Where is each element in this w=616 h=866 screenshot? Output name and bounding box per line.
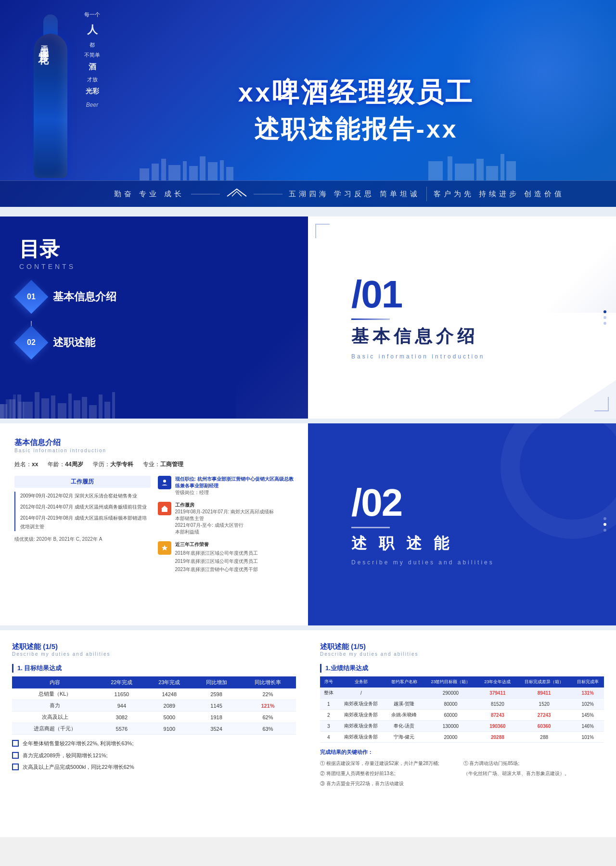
award-text: 近三年工作荣誉 2018年底择浙江区域公司年度优秀员工 2019年底择浙江区域公… bbox=[175, 541, 258, 573]
city-silhouette bbox=[96, 152, 616, 180]
section-dots bbox=[603, 310, 606, 325]
spacer1 bbox=[0, 207, 616, 216]
bullet-list: 全年整体销售量较22年增长22%, 利润增长63%; 喜力完成2089升，较同期… bbox=[12, 739, 296, 771]
svg-rect-4 bbox=[183, 161, 187, 180]
info-main-grid: 工作履历 2009年09月-2012年02月 深圳大区乐清合窑处销售务业 201… bbox=[14, 476, 294, 573]
bullet-box-3 bbox=[12, 764, 19, 770]
bottle-decoration: 勇闯天涯 雪花 bbox=[10, 14, 91, 188]
section2-title-cn: 述 职 述 能 bbox=[351, 533, 494, 554]
toc-label-1: 基本信息介绍 bbox=[53, 290, 116, 304]
toc-diamond-1: 01 bbox=[14, 280, 49, 314]
perf-right-header: 述职述能 (1/5) Describe my duties and abilit… bbox=[320, 642, 604, 657]
dot-1 bbox=[603, 310, 606, 313]
svg-rect-17 bbox=[0, 404, 7, 419]
table-row: 4 南郊夜场业务部 宁海-健元 20000 20288 288 101% bbox=[320, 732, 604, 743]
svg-rect-27 bbox=[82, 397, 87, 419]
info-personal: 姓名：xx 年龄：44周岁 学历：大学专科 专业：工商管理 bbox=[14, 460, 294, 469]
svg-point-32 bbox=[163, 480, 166, 483]
pos-room: 工作履房 2019年08月-2021年07月: 南郊大区高邱成绩标本部销售主管2… bbox=[158, 502, 294, 535]
section2-title-en: Describe my duties and abilities bbox=[351, 559, 494, 566]
room-icon bbox=[158, 502, 171, 515]
recent3: 绩优奖级: 2020年 B, 2021年 C, 2022年 A bbox=[14, 536, 151, 543]
hero-title-line1: xx啤酒经理级员工 bbox=[238, 75, 474, 110]
section2-content: /02 述 职 述 能 Describe my duties and abili… bbox=[327, 484, 494, 566]
table-row: 总销量（KL） 11650 14248 2598 22% bbox=[12, 688, 296, 700]
brand-text: 雪花 bbox=[36, 43, 51, 47]
spacer2 bbox=[0, 419, 616, 423]
pos-current: 现任职位: 杭州市事业部浙江营销中心促销大区高级总教练兼各事业部副经理 管级岗位… bbox=[158, 476, 294, 496]
table-row: 次高及以上 3082 5000 1918 62% bbox=[12, 712, 296, 723]
svg-rect-7 bbox=[208, 162, 218, 180]
svg-rect-9 bbox=[226, 167, 233, 180]
svg-rect-15 bbox=[500, 154, 504, 180]
svg-rect-23 bbox=[51, 395, 55, 419]
table-row: 进店商超（千元） 5576 9100 3524 63% bbox=[12, 723, 296, 735]
slide-section1-title: /01 基本信息介绍 Basic information introductio… bbox=[308, 216, 616, 419]
svg-rect-0 bbox=[140, 168, 149, 180]
section1-title-cn: 基本信息介绍 bbox=[351, 325, 485, 348]
note-left: ① 根据店建设深等，存量迁建设52家，共计产量28万桶; ② 将团结重人员调整者… bbox=[320, 759, 461, 790]
perf-left-table: 内容 22年完成 23年完成 同比增加 同比增长率 总销量（KL） 11650 … bbox=[12, 676, 296, 735]
duties-bg-circle bbox=[500, 423, 616, 539]
info-header: 基本信息介绍 Basic information introduction bbox=[14, 438, 294, 453]
svg-rect-3 bbox=[168, 165, 180, 180]
timeline: 2009年09月-2012年02月 深圳大区乐清合窑处销售务业 2012年02月… bbox=[14, 492, 151, 531]
slide-hero: 勇闯天涯 雪花 每一个 人 都 不简单 酒 才放 光彩 Beer xx啤酒经理级… bbox=[0, 0, 616, 207]
svg-rect-11 bbox=[448, 156, 452, 180]
svg-rect-22 bbox=[41, 398, 49, 419]
table-row: 喜力 944 2089 1145 121% bbox=[12, 700, 296, 712]
svg-rect-28 bbox=[89, 405, 97, 419]
svg-rect-25 bbox=[68, 394, 72, 419]
section1-number: /01 bbox=[351, 275, 485, 314]
slide-perf-right: 述职述能 (1/5) Describe my duties and abilit… bbox=[308, 630, 616, 837]
room-text: 工作履房 2019年08月-2021年07月: 南郊大区高邱成绩标本部销售主管2… bbox=[175, 502, 274, 535]
section1-divider bbox=[351, 318, 390, 320]
hero-vertical-text: 每一个 人 都 不简单 酒 才放 光彩 Beer bbox=[84, 10, 100, 111]
svg-rect-14 bbox=[486, 166, 498, 180]
bullet-2: 喜力完成2089升，较同期增长121%; bbox=[12, 751, 296, 760]
perf-left-section: 1. 目标结果达成 bbox=[12, 664, 296, 673]
dot-3 bbox=[603, 322, 606, 325]
major-field: 专业：工商管理 bbox=[143, 460, 183, 469]
name-field: 姓名：xx bbox=[14, 460, 38, 469]
pos-text: 现任职位: 杭州市事业部浙江营销中心促销大区高级总教练兼各事业部副经理 管级岗位… bbox=[175, 476, 294, 496]
perf-right-section: 1.业绩结果达成 bbox=[320, 664, 604, 673]
svg-rect-21 bbox=[35, 392, 39, 419]
motto3: 客户为先 持续进步 创造价值 bbox=[434, 190, 565, 199]
corner-tl bbox=[315, 224, 330, 238]
work-history: 工作履历 2009年09月-2012年02月 深圳大区乐清合窑处销售务业 201… bbox=[14, 476, 151, 573]
perf-left-header: 述职述能 (1/5) Describe my duties and abilit… bbox=[12, 642, 296, 657]
bullet-box-2 bbox=[12, 752, 19, 759]
spacer3 bbox=[0, 625, 616, 630]
svg-rect-6 bbox=[200, 156, 205, 180]
svg-rect-2 bbox=[161, 159, 166, 180]
slides-row3: 述职述能 (1/5) Describe my duties and abilit… bbox=[0, 630, 616, 837]
section2-dots bbox=[603, 517, 606, 532]
section2-divider bbox=[351, 527, 390, 528]
svg-rect-12 bbox=[455, 164, 474, 180]
hero-mottos: 勤奋 专业 成长 五湖四海 学习反思 简单坦诚 客户为先 持续进步 创造价值 bbox=[0, 180, 616, 207]
slides-row2: 基本信息介绍 Basic information introduction 姓名… bbox=[0, 423, 616, 625]
slide-perf-left: 述职述能 (1/5) Describe my duties and abilit… bbox=[0, 630, 308, 837]
svg-rect-29 bbox=[99, 395, 103, 419]
svg-rect-16 bbox=[506, 161, 516, 180]
svg-rect-30 bbox=[104, 402, 110, 419]
svg-rect-10 bbox=[428, 161, 443, 180]
bullet-1: 全年整体销售量较22年增长22%, 利润增长63%; bbox=[12, 739, 296, 748]
note-title: 完成结果的关键动作： bbox=[320, 748, 604, 757]
svg-marker-34 bbox=[162, 545, 167, 550]
age-field: 年龄：44周岁 bbox=[48, 460, 83, 469]
slide-duties-title: /02 述 职 述 能 Describe my duties and abili… bbox=[308, 423, 616, 625]
svg-rect-26 bbox=[74, 400, 80, 419]
dot2-1 bbox=[603, 517, 606, 520]
table-row: 3 南郊夜场业务部 奉化-汤贡 130000 190360 60360 146% bbox=[320, 721, 604, 732]
bottle-text: 勇闯天涯 bbox=[34, 34, 55, 51]
perf-right-table: 序号 业务部 签约客户名称 23签约目标额（箱） 23年全年达成 目标完成差异（… bbox=[320, 676, 604, 743]
pos-icon bbox=[158, 476, 171, 489]
dot2-2 bbox=[603, 523, 606, 526]
svg-rect-19 bbox=[17, 395, 21, 419]
deco-triangle bbox=[558, 380, 616, 419]
bullet-box-1 bbox=[12, 740, 19, 747]
toc-label-2: 述职述能 bbox=[53, 335, 95, 350]
note-right: ① 喜力调动活动门拓85场; （牛化丝转广场、胡滚大草、喜力形象店建设）。 bbox=[463, 759, 604, 790]
